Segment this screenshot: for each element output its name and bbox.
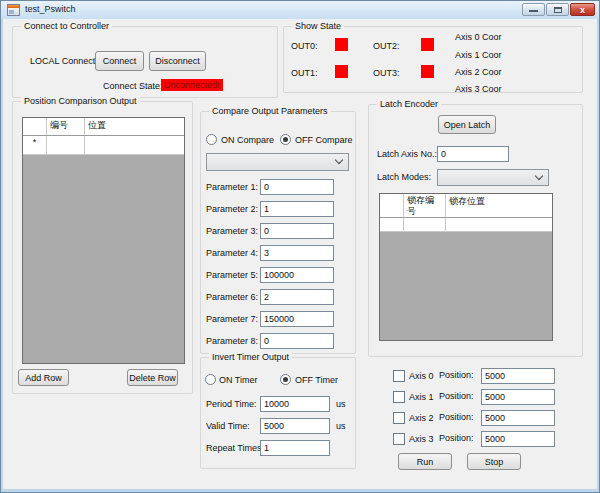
out1-indicator bbox=[335, 65, 348, 78]
position-grid-cell[interactable] bbox=[47, 136, 85, 154]
axis2-checkbox[interactable] bbox=[393, 412, 405, 424]
period-time-input[interactable] bbox=[260, 396, 330, 412]
maximize-button[interactable] bbox=[546, 3, 569, 16]
parameter1-label: Parameter 1: bbox=[206, 182, 258, 192]
invert-timer-group-title: Invert Timer Output bbox=[209, 352, 292, 362]
axis2-position-input[interactable] bbox=[481, 410, 555, 426]
parameter4-input[interactable] bbox=[260, 245, 334, 261]
axis2-checkbox-label[interactable]: Axis 2 bbox=[409, 413, 434, 423]
position-grid[interactable]: 编号 位置 * bbox=[22, 117, 185, 364]
axis3-position-input[interactable] bbox=[481, 431, 555, 447]
parameter2-input[interactable] bbox=[260, 201, 334, 217]
app-window: test_Pswitch x Connect to Controller LOC… bbox=[0, 0, 600, 493]
axis1-position-label: Position: bbox=[439, 391, 474, 401]
parameter3-input[interactable] bbox=[260, 223, 334, 239]
parameter7-input[interactable] bbox=[260, 311, 334, 327]
close-icon: x bbox=[571, 4, 594, 15]
axis0-checkbox[interactable] bbox=[393, 370, 405, 382]
chevron-down-icon bbox=[535, 171, 543, 179]
maximize-icon bbox=[554, 7, 562, 13]
parameter7-label: Parameter 7: bbox=[206, 314, 258, 324]
open-latch-button[interactable]: Open Latch bbox=[438, 115, 496, 134]
valid-time-label: Valid Time: bbox=[206, 421, 250, 431]
latch-modes-combobox[interactable] bbox=[437, 169, 549, 186]
latch-axis-no-input[interactable] bbox=[437, 146, 509, 162]
parameter5-input[interactable] bbox=[260, 267, 334, 283]
parameter6-input[interactable] bbox=[260, 289, 334, 305]
axis1-coor-label: Axis 1 Coor bbox=[455, 50, 502, 60]
axis0-position-input[interactable] bbox=[481, 368, 555, 384]
off-compare-radio[interactable] bbox=[280, 134, 291, 145]
parameter6-label: Parameter 6: bbox=[206, 292, 258, 302]
latch-modes-label: Latch Modes: bbox=[377, 172, 431, 182]
valid-time-unit: us bbox=[336, 421, 346, 431]
latch-encoder-group-title: Latch Encoder bbox=[377, 99, 441, 109]
latch-grid-cell[interactable] bbox=[404, 218, 446, 231]
show-state-group: Show State bbox=[283, 26, 583, 93]
local-connect-label: LOCAL Connect: bbox=[30, 56, 98, 66]
form-client-area: Connect to Controller LOCAL Connect: Con… bbox=[3, 19, 597, 489]
stop-button[interactable]: Stop bbox=[467, 453, 521, 470]
axis1-position-input[interactable] bbox=[481, 389, 555, 405]
position-comparison-group-title: Position Comparison Output bbox=[21, 96, 140, 106]
axis3-checkbox[interactable] bbox=[393, 433, 405, 445]
connect-group-title: Connect to Controller bbox=[21, 21, 112, 31]
latch-grid-cell[interactable] bbox=[446, 218, 552, 231]
show-state-group-title: Show State bbox=[292, 21, 344, 31]
on-timer-radio[interactable] bbox=[205, 374, 216, 385]
period-time-label: Period Time: bbox=[206, 399, 257, 409]
latch-grid-cell bbox=[380, 218, 404, 231]
chevron-down-icon bbox=[335, 156, 343, 164]
repeat-times-input[interactable] bbox=[260, 440, 330, 456]
app-icon bbox=[7, 4, 20, 16]
compare-mode-combobox[interactable] bbox=[206, 153, 349, 171]
position-grid-corner-cell bbox=[23, 118, 47, 135]
out0-indicator bbox=[335, 38, 348, 51]
parameter5-label: Parameter 5: bbox=[206, 270, 258, 280]
valid-time-input[interactable] bbox=[260, 418, 330, 434]
run-button[interactable]: Run bbox=[398, 453, 452, 470]
off-timer-label[interactable]: OFF Timer bbox=[295, 375, 338, 385]
axis3-checkbox-label[interactable]: Axis 3 bbox=[409, 434, 434, 444]
parameter8-input[interactable] bbox=[260, 333, 334, 349]
off-compare-label[interactable]: OFF Compare bbox=[295, 135, 353, 145]
disconnect-button[interactable]: Disconnect bbox=[149, 51, 206, 71]
minimize-button[interactable] bbox=[522, 3, 545, 16]
latch-axis-no-label: Latch Axis No.: bbox=[377, 149, 437, 159]
latch-grid-row[interactable] bbox=[380, 218, 552, 232]
latch-grid-corner-cell bbox=[380, 194, 404, 217]
off-timer-radio[interactable] bbox=[280, 374, 291, 385]
axis1-checkbox-label[interactable]: Axis 1 bbox=[409, 392, 434, 402]
axis1-checkbox[interactable] bbox=[393, 391, 405, 403]
on-timer-label[interactable]: ON Timer bbox=[219, 375, 258, 385]
window-controls: x bbox=[522, 3, 595, 16]
close-button[interactable]: x bbox=[570, 3, 595, 16]
parameter2-label: Parameter 2: bbox=[206, 204, 258, 214]
repeat-times-label: Repeat Times: bbox=[206, 443, 264, 453]
add-row-button[interactable]: Add Row bbox=[18, 369, 69, 386]
connect-button[interactable]: Connect bbox=[95, 51, 144, 71]
delete-row-button[interactable]: Delete Row bbox=[127, 369, 178, 386]
on-compare-radio[interactable] bbox=[206, 134, 217, 145]
connect-state-badge: Unconnected! bbox=[161, 79, 223, 91]
out2-label: OUT2: bbox=[373, 41, 400, 51]
axis0-position-label: Position: bbox=[439, 370, 474, 380]
axis0-checkbox-label[interactable]: Axis 0 bbox=[409, 371, 434, 381]
latch-grid-col-number: 锁存编号 bbox=[404, 194, 446, 217]
position-grid-header: 编号 位置 bbox=[23, 118, 184, 136]
position-grid-cell[interactable] bbox=[85, 136, 184, 154]
on-compare-label[interactable]: ON Compare bbox=[221, 135, 274, 145]
position-grid-col-number: 编号 bbox=[47, 118, 85, 135]
axis2-coor-label: Axis 2 Coor bbox=[455, 67, 502, 77]
window-title: test_Pswitch bbox=[25, 4, 76, 14]
parameter1-input[interactable] bbox=[260, 179, 334, 195]
position-grid-new-row[interactable]: * bbox=[23, 136, 184, 155]
latch-grid[interactable]: 锁存编号 锁存位置 bbox=[379, 193, 553, 341]
titlebar[interactable]: test_Pswitch x bbox=[1, 1, 599, 19]
parameter8-label: Parameter 8: bbox=[206, 336, 258, 346]
out3-label: OUT3: bbox=[373, 68, 400, 78]
connect-state-label: Connect State: bbox=[103, 81, 163, 91]
period-time-unit: us bbox=[336, 399, 346, 409]
position-grid-col-position: 位置 bbox=[85, 118, 184, 135]
out1-label: OUT1: bbox=[291, 68, 318, 78]
